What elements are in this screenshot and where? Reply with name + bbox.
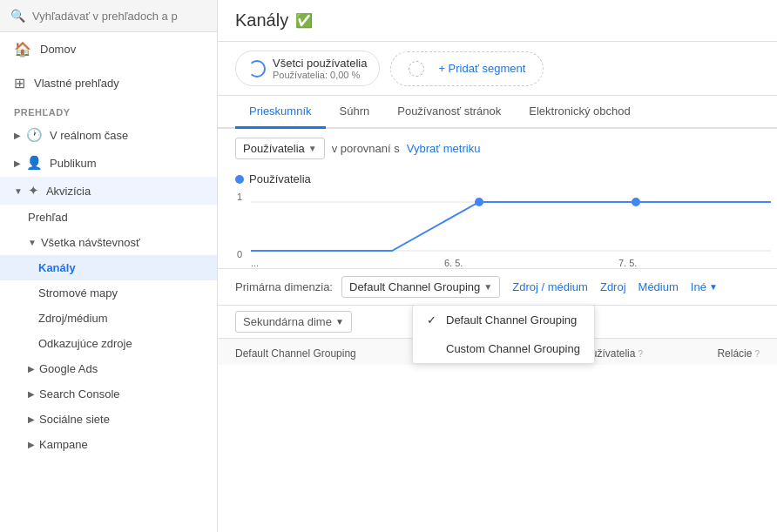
th-primary-col: Default Channel Grouping [235,347,409,360]
tab-elektronicky-obchod[interactable]: Elektronický obchod [515,96,644,129]
pd-dropdown-popup: ✓ Default Channel Grouping Custom Channe… [412,305,595,364]
segment-pct: Používatelia: 0,00 % [273,70,367,80]
add-segment-label: + Pridať segment [438,62,525,75]
chevron-right-small-icon: ▶ [28,364,35,374]
sidebar-item-publikum[interactable]: ▶ 👤 Publikum [0,149,217,177]
metric-dropdown[interactable]: Používatelia ▼ [235,138,325,159]
sidebar-item-kanaly[interactable]: Kanály [0,255,217,280]
tab-prieskumnik[interactable]: Prieskumník [235,96,326,129]
checkmark-icon: ✓ [427,313,439,327]
svg-point-5 [632,198,640,206]
th-sessions-col[interactable]: Relácie ? [643,347,760,360]
vs-text: v porovnaní s [332,142,400,155]
star-icon: ✦ [28,183,39,199]
pd-option-custom-label: Custom Channel Grouping [446,342,580,355]
pd-other-dropdown[interactable]: Iné ▼ [691,280,718,293]
primary-dimension-bar: Primárna dimenzia: Default Channel Group… [218,268,777,305]
select-metric-link[interactable]: Vybrať metriku [407,142,481,155]
th-primary-col-label: Default Channel Grouping [235,347,356,360]
sidebar-item-vlastne[interactable]: ⊞ Vlastné prehľady [0,66,217,100]
tab-suhrn[interactable]: Súhrn [326,96,384,129]
sidebar-item-vsetka-navstevnost[interactable]: ▼ Všetka návštevnosť [0,230,217,255]
home-icon: 🏠 [14,41,31,57]
chart-svg: 1 0 ... 6. 5. 7. 5. [235,190,775,268]
legend-dot-icon [235,175,244,184]
pd-option-default-label: Default Channel Grouping [446,313,577,327]
sidebar-item-stromove-mapy-label: Stromové mapy [38,286,118,300]
sidebar-item-kampane[interactable]: ▶ Kampane [0,432,217,457]
pd-other-arrow-icon: ▼ [709,282,718,292]
chevron-down-small-icon: ▼ [28,238,37,247]
chevron-down-icon: ▼ [14,186,23,196]
sidebar-item-akvizicia[interactable]: ▼ ✦ Akvizícia [0,177,217,205]
sidebar-item-odkazujuce-zdroje-label: Odkazujúce zdroje [38,337,132,350]
svg-text:6. 5.: 6. 5. [444,258,463,268]
secondary-dim-label: Sekundárna dime [243,315,332,328]
sidebar-item-stromove-mapy[interactable]: Stromové mapy [0,280,217,306]
svg-text:1: 1 [237,192,242,202]
pd-option-default[interactable]: ✓ Default Channel Grouping [413,306,594,334]
sidebar-item-prehlad-label: Prehľad [28,211,68,224]
page-header: Kanály ✅ [218,0,777,42]
pd-dropdown[interactable]: Default Channel Grouping ▼ ✓ Default Cha… [341,276,500,298]
pd-link-zdroj[interactable]: Zdroj [600,280,626,293]
sidebar-item-zdroj-medium[interactable]: Zdroj/médium [0,306,217,331]
legend-label: Používatelia [249,172,311,185]
sidebar-item-publikum-label: Publikum [50,157,96,170]
sidebar-item-vsetka-navstevnost-label: Všetka návštevnosť [41,236,140,249]
chevron-right-small-icon3: ▶ [28,414,35,424]
chart-svg-area: 1 0 ... 6. 5. 7. 5. [235,190,760,268]
search-icon: 🔍 [10,9,25,23]
help-sessions-icon[interactable]: ? [754,349,760,359]
chevron-right-small-icon2: ▶ [28,389,35,399]
pd-link-zdroj-medium[interactable]: Zdroj / médium [512,280,588,293]
sidebar-item-vlastne-label: Vlastné prehľady [34,77,119,90]
search-input[interactable] [32,10,189,23]
sidebar-item-kanaly-label: Kanály [38,261,76,274]
sidebar-item-odkazujuce-zdroje[interactable]: Odkazujúce zdroje [0,331,217,356]
sidebar-item-google-ads[interactable]: ▶ Google Ads [0,356,217,381]
add-segment-button[interactable]: + Pridať segment [390,51,544,86]
metric-label: Používatelia [243,142,305,155]
person-icon: 👤 [26,155,43,171]
verified-icon: ✅ [295,12,313,29]
segment-name: Všetci používatelia [273,57,367,70]
sidebar-item-domov[interactable]: 🏠 Domov [0,32,217,66]
sidebar-item-realny-cas[interactable]: ▶ 🕐 V reálnom čase [0,121,217,149]
sidebar-item-kampane-label: Kampane [39,438,88,451]
chevron-right-small-icon4: ▶ [28,440,35,449]
sidebar-item-domov-label: Domov [40,43,76,56]
sidebar-item-prehlad[interactable]: Prehľad [0,205,217,230]
sidebar-item-akvizicia-label: Akvizícia [46,185,91,198]
chart-controls: Používatelia ▼ v porovnaní s Vybrať metr… [218,129,777,168]
segment-loading-icon [248,60,266,77]
grid-icon: ⊞ [14,75,25,91]
sidebar-item-search-console[interactable]: ▶ Search Console [0,381,217,407]
sidebar-item-google-ads-label: Google Ads [39,362,98,375]
page-title: Kanály [235,10,288,30]
sidebar-item-realny-cas-label: V reálnom čase [50,129,128,142]
search-bar[interactable]: 🔍 [0,0,217,32]
chevron-right-icon: ▶ [14,131,21,140]
sidebar-item-socialne-siete[interactable]: ▶ Sociálne siete [0,407,217,432]
add-segment-circle-icon [409,61,424,77]
svg-text:7. 5.: 7. 5. [618,258,637,268]
chevron-right-icon: ▶ [14,158,21,168]
chart-area: Používatelia 1 0 ... 6. 5. 7. [218,168,777,268]
secondary-dimension-button[interactable]: Sekundárna dime ▼ [235,311,352,333]
tabs-bar: Prieskumník Súhrn Používanosť stránok El… [218,96,777,129]
pd-link-medium[interactable]: Médium [638,280,679,293]
pd-other-label: Iné [691,280,706,293]
section-label-prehlady: PREHĽADY [0,100,217,121]
chart-legend: Používatelia [235,172,760,185]
sidebar-item-socialne-siete-label: Sociálne siete [39,413,110,426]
pd-selected-label: Default Channel Grouping [349,280,480,293]
svg-text:0: 0 [237,249,242,259]
th-sessions-label: Relácie [717,347,752,360]
tab-pouzivanost[interactable]: Používanosť stránok [383,96,515,129]
segment-bar: Všetci používatelia Používatelia: 0,00 %… [218,42,777,96]
pd-option-custom[interactable]: Custom Channel Grouping [413,334,594,363]
segment-pill-all-users[interactable]: Všetci používatelia Používatelia: 0,00 % [235,51,380,86]
sidebar-item-zdroj-medium-label: Zdroj/médium [38,312,107,325]
sidebar: 🔍 🏠 Domov ⊞ Vlastné prehľady PREHĽADY ▶ … [0,0,218,532]
